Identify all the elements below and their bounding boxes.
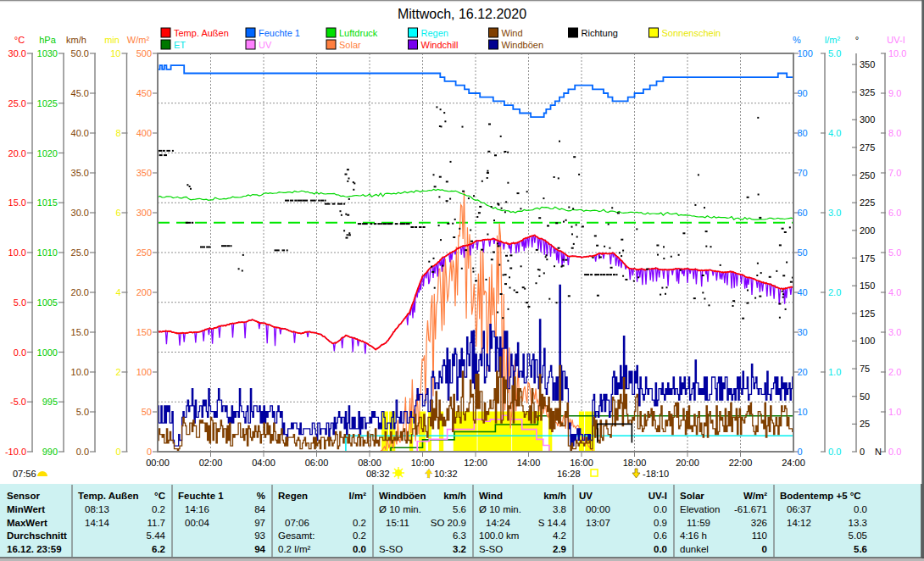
svg-text:150: 150 bbox=[136, 327, 152, 337]
svg-text:W/m²: W/m² bbox=[743, 491, 767, 501]
svg-text:990: 990 bbox=[42, 447, 58, 457]
svg-text:350: 350 bbox=[136, 168, 152, 178]
svg-text:1.0: 1.0 bbox=[828, 367, 841, 377]
svg-text:225: 225 bbox=[860, 197, 875, 208]
svg-text:200: 200 bbox=[136, 287, 152, 297]
svg-text:Temp. Außen: Temp. Außen bbox=[78, 491, 139, 501]
svg-text:Feuchte 1: Feuchte 1 bbox=[178, 491, 224, 501]
svg-text:16:00: 16:00 bbox=[570, 458, 593, 468]
svg-text:100: 100 bbox=[136, 367, 152, 377]
svg-text:-5.0: -5.0 bbox=[10, 397, 26, 407]
svg-text:-10.0: -10.0 bbox=[5, 447, 26, 457]
svg-text:0: 0 bbox=[115, 447, 120, 457]
svg-text:14:24: 14:24 bbox=[486, 518, 510, 528]
svg-text:16:28: 16:28 bbox=[557, 469, 581, 479]
svg-text:°C: °C bbox=[14, 35, 25, 45]
svg-text:350: 350 bbox=[860, 59, 875, 69]
svg-text:6.3: 6.3 bbox=[453, 530, 466, 541]
svg-text:12:00: 12:00 bbox=[464, 458, 487, 468]
svg-text:50: 50 bbox=[860, 392, 870, 402]
svg-text:175: 175 bbox=[860, 253, 875, 264]
svg-text:100.0 km: 100.0 km bbox=[479, 530, 519, 541]
svg-text:3.8: 3.8 bbox=[553, 504, 566, 514]
svg-text:100: 100 bbox=[798, 48, 813, 58]
svg-text:08:13: 08:13 bbox=[85, 504, 109, 514]
svg-text:5.0: 5.0 bbox=[76, 407, 89, 417]
svg-text:40.0: 40.0 bbox=[71, 128, 89, 138]
svg-text:50: 50 bbox=[142, 407, 152, 417]
svg-text:4: 4 bbox=[115, 287, 120, 297]
svg-text:Sonnenschein: Sonnenschein bbox=[662, 28, 721, 38]
svg-text:10.0: 10.0 bbox=[71, 367, 89, 377]
svg-text:Luftdruck: Luftdruck bbox=[339, 28, 378, 38]
svg-text:125: 125 bbox=[860, 308, 875, 319]
svg-text:16.12. 23:59: 16.12. 23:59 bbox=[7, 544, 62, 554]
svg-text:22:00: 22:00 bbox=[729, 458, 753, 468]
svg-text:275: 275 bbox=[860, 142, 875, 153]
svg-text:°: ° bbox=[855, 35, 859, 45]
svg-text:24:00: 24:00 bbox=[782, 458, 805, 468]
svg-text:Windchill: Windchill bbox=[421, 40, 459, 50]
svg-text:0.2: 0.2 bbox=[353, 518, 366, 528]
svg-text:150: 150 bbox=[860, 280, 875, 291]
svg-text:200: 200 bbox=[860, 225, 875, 236]
svg-text:N: N bbox=[875, 447, 882, 457]
svg-text:40: 40 bbox=[798, 287, 808, 297]
svg-text:300: 300 bbox=[136, 208, 152, 218]
svg-text:02:00: 02:00 bbox=[199, 458, 223, 468]
svg-text:14:00: 14:00 bbox=[517, 458, 541, 468]
svg-text:400: 400 bbox=[136, 128, 152, 138]
svg-text:50.0: 50.0 bbox=[71, 48, 89, 58]
svg-text:13:07: 13:07 bbox=[586, 518, 610, 528]
svg-text:94: 94 bbox=[254, 544, 265, 554]
svg-text:50: 50 bbox=[798, 247, 808, 258]
svg-text:93: 93 bbox=[254, 530, 265, 541]
svg-text:0.9: 0.9 bbox=[654, 518, 667, 528]
svg-text:UV: UV bbox=[259, 40, 272, 50]
svg-text:ET: ET bbox=[174, 40, 186, 50]
svg-text:6.0: 6.0 bbox=[888, 208, 901, 218]
svg-text:Sensor: Sensor bbox=[7, 491, 41, 501]
svg-text:dunkel: dunkel bbox=[680, 544, 709, 554]
svg-text:25: 25 bbox=[860, 419, 870, 429]
svg-text:08:00: 08:00 bbox=[358, 458, 381, 468]
svg-text:km/h: km/h bbox=[443, 491, 466, 501]
svg-text:06:00: 06:00 bbox=[305, 458, 329, 468]
svg-text:00:04: 00:04 bbox=[185, 518, 209, 528]
svg-text:1000: 1000 bbox=[37, 347, 58, 358]
svg-text:hPa: hPa bbox=[39, 35, 56, 45]
svg-text:1030: 1030 bbox=[37, 48, 58, 58]
svg-text:4.2: 4.2 bbox=[553, 530, 566, 541]
svg-text:10.0: 10.0 bbox=[8, 247, 26, 258]
svg-text:0.0: 0.0 bbox=[888, 447, 901, 457]
svg-text:2.9: 2.9 bbox=[553, 544, 566, 554]
svg-text:1005: 1005 bbox=[37, 297, 58, 308]
svg-text:10: 10 bbox=[798, 407, 808, 417]
svg-text:Wind: Wind bbox=[502, 28, 523, 38]
svg-text:15.0: 15.0 bbox=[8, 197, 26, 208]
svg-text:15:11: 15:11 bbox=[386, 518, 409, 528]
svg-text:14:12: 14:12 bbox=[787, 518, 811, 528]
svg-text:Bodentemp +5 °C: Bodentemp +5 °C bbox=[780, 491, 861, 501]
svg-text:1015: 1015 bbox=[37, 197, 58, 208]
svg-text:11:59: 11:59 bbox=[687, 518, 710, 528]
svg-text:10:32: 10:32 bbox=[434, 469, 458, 479]
svg-text:10:00: 10:00 bbox=[411, 458, 435, 468]
svg-text:5.0: 5.0 bbox=[888, 247, 901, 258]
svg-text:1010: 1010 bbox=[37, 247, 58, 258]
svg-text:13.3: 13.3 bbox=[849, 518, 867, 528]
svg-text:7.0: 7.0 bbox=[888, 168, 901, 178]
svg-text:0.0: 0.0 bbox=[854, 504, 867, 514]
svg-text:UV-I: UV-I bbox=[887, 35, 905, 45]
svg-text:5.6: 5.6 bbox=[453, 504, 466, 514]
svg-text:500: 500 bbox=[136, 48, 152, 58]
svg-text:Feuchte 1: Feuchte 1 bbox=[259, 28, 300, 38]
svg-text:70: 70 bbox=[798, 168, 808, 178]
svg-text:3.0: 3.0 bbox=[888, 327, 901, 337]
svg-text:100: 100 bbox=[860, 336, 875, 346]
svg-text:Windböen: Windböen bbox=[379, 491, 426, 501]
svg-text:35.0: 35.0 bbox=[71, 168, 89, 178]
svg-text:20: 20 bbox=[798, 367, 808, 377]
svg-text:1.0: 1.0 bbox=[888, 407, 901, 417]
svg-text:Ø 10 min.: Ø 10 min. bbox=[479, 504, 521, 514]
